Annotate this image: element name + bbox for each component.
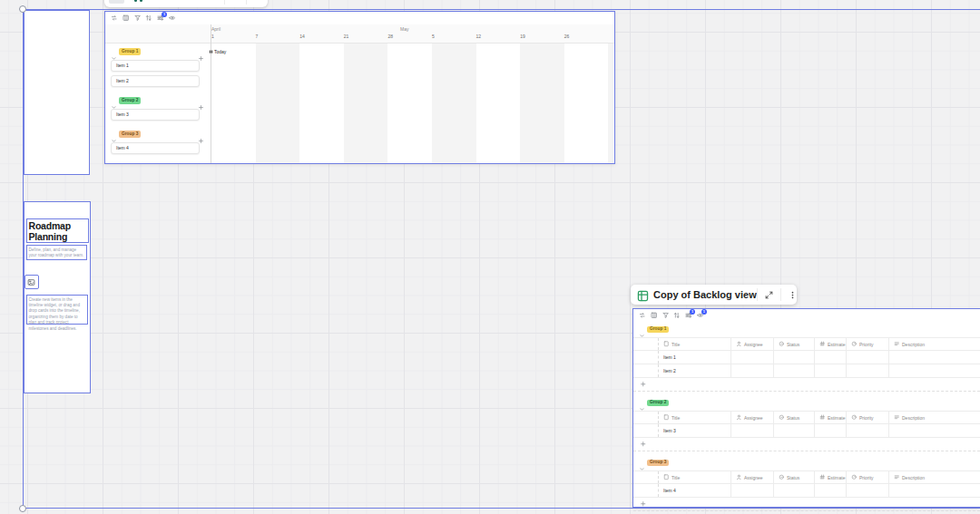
board-icon[interactable] <box>651 312 658 319</box>
more-options-button[interactable] <box>781 285 804 305</box>
column-header-status[interactable]: Status <box>774 412 815 423</box>
group-chip[interactable]: Group 2 <box>119 97 141 104</box>
column-header-assignee[interactable]: Assignee <box>731 338 774 350</box>
chevron-down-icon[interactable] <box>639 326 645 333</box>
table-cell[interactable] <box>847 424 889 437</box>
settings-icon[interactable]: 1 <box>157 15 164 22</box>
column-header-estimate[interactable]: Estimate <box>815 412 847 423</box>
table-cell[interactable] <box>847 364 889 377</box>
column-header-description[interactable]: Description <box>889 338 980 350</box>
row-handle-cell[interactable] <box>633 338 659 350</box>
column-header-assignee[interactable]: Assignee <box>731 412 774 423</box>
table-row[interactable]: Item 3 <box>633 424 980 438</box>
table-cell[interactable] <box>815 484 847 497</box>
whiteboard-canvas[interactable]: 1 AprilMay 171421285121926 Today Group 1… <box>0 0 980 514</box>
timeline-item-card[interactable]: Item 2 <box>111 75 200 87</box>
eye-icon[interactable] <box>169 15 176 22</box>
roadmap-embed-widget[interactable] <box>24 275 39 289</box>
column-header-status[interactable]: Status <box>774 338 815 350</box>
expand-button[interactable] <box>758 285 780 305</box>
add-item-button[interactable] <box>198 49 204 55</box>
add-row-button[interactable] <box>633 378 980 392</box>
row-handle-cell[interactable] <box>633 471 659 483</box>
row-handle-cell[interactable] <box>633 412 659 423</box>
roadmap-subtitle-text[interactable]: Define, plan, and manage your roadmap wi… <box>26 245 87 260</box>
add-item-button[interactable] <box>198 131 204 138</box>
table-cell[interactable] <box>774 424 815 437</box>
column-header-estimate[interactable]: Estimate <box>815 338 847 350</box>
table-row[interactable]: Item 2 <box>633 364 980 378</box>
table-cell[interactable]: Item 1 <box>659 351 731 364</box>
row-handle-cell[interactable] <box>633 351 659 364</box>
timeline-item-card[interactable]: Item 1 <box>111 60 200 72</box>
sync-icon[interactable] <box>111 15 118 22</box>
group-chip[interactable]: Group 1 <box>647 326 669 334</box>
table-cell[interactable] <box>889 424 980 437</box>
sort-icon[interactable] <box>145 15 152 22</box>
selection-handle-top-left[interactable] <box>19 5 26 13</box>
timeline-item-card[interactable]: Item 4 <box>111 142 200 154</box>
column-header-status[interactable]: Status <box>774 471 815 483</box>
add-row-button[interactable] <box>633 498 980 511</box>
table-cell[interactable] <box>774 484 815 497</box>
table-cell[interactable] <box>815 424 847 437</box>
table-cell[interactable] <box>774 364 815 377</box>
group-chip[interactable]: Group 3 <box>119 131 141 138</box>
table-cell[interactable]: Item 2 <box>659 364 731 377</box>
settings-icon[interactable]: 1 <box>685 312 692 319</box>
backlog-title[interactable]: Copy of Backlog view <box>653 289 757 300</box>
filter-icon[interactable] <box>662 312 670 319</box>
filter-icon[interactable] <box>134 15 142 22</box>
board-icon[interactable] <box>122 15 130 22</box>
table-cell[interactable]: Item 4 <box>659 484 731 497</box>
chevron-down-icon[interactable] <box>111 131 117 138</box>
table-cell[interactable] <box>731 424 774 437</box>
table-cell[interactable] <box>889 351 980 364</box>
table-row[interactable]: Item 1 <box>633 351 980 364</box>
column-header-priority[interactable]: Priority <box>847 412 889 423</box>
chevron-down-icon[interactable] <box>639 400 645 406</box>
chevron-down-icon[interactable] <box>111 49 117 55</box>
sync-icon[interactable] <box>639 312 646 319</box>
table-cell[interactable] <box>889 364 980 377</box>
add-row-button[interactable] <box>633 438 980 451</box>
table-cell[interactable] <box>889 484 980 497</box>
group-chip[interactable]: Group 3 <box>647 460 669 467</box>
roadmap-body-text[interactable]: Create new items in the timeline widget,… <box>26 295 88 325</box>
column-header-title[interactable]: Title <box>659 338 731 350</box>
group-chip[interactable]: Group 1 <box>119 48 141 55</box>
roadmap-planning-frame[interactable]: Roadmap Planning Define, plan, and manag… <box>24 201 91 393</box>
column-header-title[interactable]: Title <box>659 412 731 423</box>
roadmap-title-text[interactable]: Roadmap Planning <box>26 218 89 243</box>
row-handle-cell[interactable] <box>633 424 659 437</box>
add-item-button[interactable] <box>198 98 204 104</box>
table-cell[interactable] <box>847 484 889 497</box>
row-handle-cell[interactable] <box>633 484 659 497</box>
sort-icon[interactable] <box>673 312 681 319</box>
calendar-icon[interactable] <box>110 29 117 36</box>
chevron-down-icon[interactable] <box>111 98 117 104</box>
table-cell[interactable] <box>731 364 774 377</box>
row-handle-cell[interactable] <box>633 364 659 377</box>
table-cell[interactable] <box>815 364 847 377</box>
empty-frame[interactable] <box>24 10 91 175</box>
timeline-item-card[interactable]: Item 3 <box>111 109 200 121</box>
selection-handle-bottom-left[interactable] <box>19 505 26 512</box>
eye-icon[interactable]: 1 <box>697 312 704 319</box>
group-chip[interactable]: Group 2 <box>647 400 669 407</box>
backlog-view-widget[interactable]: 11 Group 1TitleAssigneeStatusEstimatePri… <box>632 308 980 508</box>
timeline-floating-toolbar[interactable] <box>104 0 268 7</box>
table-cell[interactable] <box>731 484 774 497</box>
column-header-description[interactable]: Description <box>889 471 980 483</box>
table-cell[interactable] <box>774 351 815 364</box>
chevron-down-icon[interactable] <box>639 460 645 466</box>
table-row[interactable]: Item 4 <box>633 484 980 498</box>
column-header-priority[interactable]: Priority <box>847 338 889 350</box>
column-header-priority[interactable]: Priority <box>847 471 889 483</box>
column-header-estimate[interactable]: Estimate <box>815 471 847 483</box>
column-header-title[interactable]: Title <box>659 471 731 483</box>
table-cell[interactable] <box>847 351 889 364</box>
table-cell[interactable] <box>815 351 847 364</box>
table-cell[interactable]: Item 3 <box>659 424 731 437</box>
column-header-assignee[interactable]: Assignee <box>731 471 774 483</box>
